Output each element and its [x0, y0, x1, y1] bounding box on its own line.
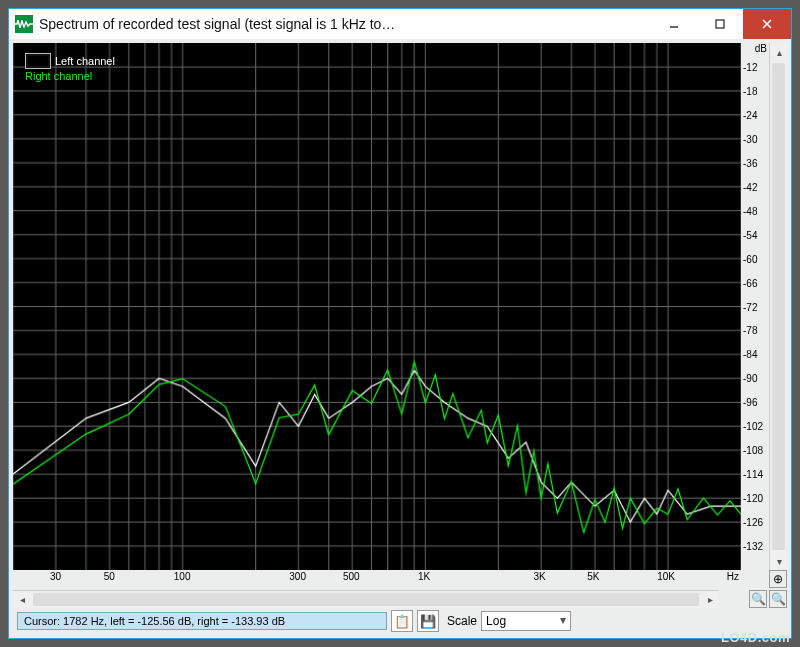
x-tick: 3K — [533, 571, 545, 582]
y-tick: -102 — [743, 421, 763, 432]
copy-button[interactable]: 📋 — [391, 610, 413, 632]
zoom-in-y-button[interactable]: ⊕ — [769, 570, 787, 588]
legend-right: Right channel — [25, 69, 115, 83]
x-axis-unit: Hz — [727, 571, 739, 582]
x-tick: 30 — [50, 571, 61, 582]
x-tick: 10K — [657, 571, 675, 582]
y-tick: -108 — [743, 445, 763, 456]
scroll-right-icon[interactable]: ▸ — [701, 591, 719, 608]
legend-right-label: Right channel — [25, 69, 92, 83]
x-tick: 300 — [289, 571, 306, 582]
mag-icon: 🔍 — [751, 592, 766, 606]
svg-rect-1 — [716, 20, 724, 28]
y-tick: -24 — [743, 109, 757, 120]
y-tick: -96 — [743, 397, 757, 408]
zoom-in-icon: ⊕ — [773, 572, 783, 586]
y-tick: -84 — [743, 349, 757, 360]
y-axis-unit: dB — [755, 43, 767, 54]
save-button[interactable]: 💾 — [417, 610, 439, 632]
y-tick: -48 — [743, 205, 757, 216]
legend-swatch-icon — [25, 53, 51, 69]
watermark: LO4D.com — [721, 630, 790, 645]
x-tick: 100 — [174, 571, 191, 582]
window-title: Spectrum of recorded test signal (test s… — [39, 16, 651, 32]
app-window: Spectrum of recorded test signal (test s… — [8, 8, 792, 639]
scroll-thumb[interactable] — [772, 63, 785, 550]
y-tick: -72 — [743, 301, 757, 312]
mag-icon: 🔍 — [771, 592, 786, 606]
plot-area: Left channel Right channel dB -12-18-24-… — [13, 43, 787, 570]
y-tick: -42 — [743, 181, 757, 192]
minimize-button[interactable] — [651, 9, 697, 39]
y-tick: -18 — [743, 85, 757, 96]
y-tick: -132 — [743, 541, 763, 552]
x-axis-row: Hz 30501003005001K3K5K10K ⊕ — [13, 570, 787, 590]
scale-value: Log — [486, 614, 506, 628]
x-tick: 1K — [418, 571, 430, 582]
cursor-readout: Cursor: 1782 Hz, left = -125.56 dB, righ… — [17, 612, 387, 630]
close-button[interactable] — [743, 9, 791, 39]
scroll-down-icon[interactable]: ▾ — [770, 552, 788, 570]
scroll-up-icon[interactable]: ▴ — [770, 43, 788, 61]
y-tick: -66 — [743, 277, 757, 288]
app-icon — [15, 15, 33, 33]
horizontal-scrollbar[interactable]: ◂ ▸ — [13, 590, 719, 608]
window-buttons — [651, 9, 791, 39]
vertical-scrollbar[interactable]: ▴ ▾ — [769, 43, 787, 570]
y-tick: -60 — [743, 253, 757, 264]
y-tick: -120 — [743, 493, 763, 504]
status-bar: Cursor: 1782 Hz, left = -125.56 dB, righ… — [13, 608, 787, 634]
zoom-out-x-button[interactable]: 🔍 — [769, 590, 787, 608]
x-axis: Hz 30501003005001K3K5K10K — [13, 570, 739, 590]
y-tick: -78 — [743, 325, 757, 336]
y-tick: -90 — [743, 373, 757, 384]
legend: Left channel Right channel — [25, 53, 115, 83]
maximize-button[interactable] — [697, 9, 743, 39]
content-area: Left channel Right channel dB -12-18-24-… — [9, 39, 791, 638]
zoom-in-x-button[interactable]: 🔍 — [749, 590, 767, 608]
y-tick: -12 — [743, 61, 757, 72]
y-tick: -36 — [743, 157, 757, 168]
titlebar[interactable]: Spectrum of recorded test signal (test s… — [9, 9, 791, 39]
y-tick: -30 — [743, 133, 757, 144]
y-tick: -114 — [743, 469, 763, 480]
scale-select[interactable]: Log — [481, 611, 571, 631]
x-tick: 500 — [343, 571, 360, 582]
hscroll-row: ◂ ▸ 🔍 🔍 — [13, 590, 787, 608]
y-axis: dB -12-18-24-30-36-42-48-54-60-66-72-78-… — [741, 43, 769, 570]
y-tick: -126 — [743, 517, 763, 528]
save-icon: 💾 — [420, 614, 436, 629]
scale-label: Scale — [447, 614, 477, 628]
y-tick: -54 — [743, 229, 757, 240]
x-tick: 5K — [587, 571, 599, 582]
x-tick: 50 — [104, 571, 115, 582]
scroll-thumb[interactable] — [33, 593, 699, 606]
legend-left-label: Left channel — [55, 54, 115, 68]
spectrum-plot[interactable]: Left channel Right channel — [13, 43, 741, 570]
scroll-left-icon[interactable]: ◂ — [13, 591, 31, 608]
legend-left: Left channel — [25, 53, 115, 69]
